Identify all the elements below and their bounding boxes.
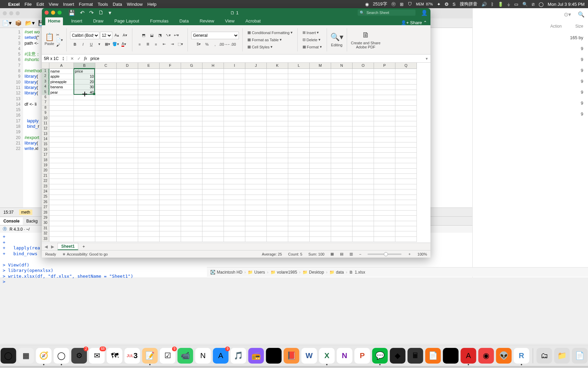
align-right-icon[interactable]: ≡ bbox=[152, 41, 160, 48]
cell[interactable] bbox=[224, 163, 245, 168]
cell[interactable] bbox=[267, 132, 288, 137]
cell[interactable] bbox=[138, 179, 160, 184]
cell[interactable] bbox=[138, 95, 160, 100]
cell[interactable] bbox=[160, 158, 181, 163]
cell[interactable] bbox=[288, 100, 310, 105]
decrease-decimal-icon[interactable]: ←.00 bbox=[228, 41, 235, 48]
cell[interactable] bbox=[395, 126, 417, 132]
cell[interactable] bbox=[95, 200, 117, 205]
path-crumb[interactable]: 📁 Desktop bbox=[303, 270, 324, 275]
finder-row[interactable]: 9 bbox=[473, 87, 588, 97]
evernote-icon[interactable]: ✦ bbox=[437, 2, 441, 7]
cell[interactable] bbox=[288, 79, 310, 85]
cell[interactable] bbox=[395, 142, 417, 148]
cell[interactable] bbox=[181, 189, 202, 195]
new-file-icon[interactable]: 📄▾ bbox=[2, 20, 12, 26]
news-icon[interactable]: N bbox=[195, 348, 211, 364]
row-header[interactable]: 25 bbox=[42, 195, 49, 200]
cell[interactable] bbox=[331, 158, 353, 163]
cell[interactable] bbox=[202, 69, 224, 74]
cell[interactable] bbox=[117, 85, 138, 90]
cell[interactable] bbox=[310, 95, 331, 100]
tab-home[interactable]: Home bbox=[45, 17, 63, 25]
menu-view[interactable]: View bbox=[49, 2, 58, 7]
cell[interactable] bbox=[117, 163, 138, 168]
cell[interactable] bbox=[331, 106, 353, 111]
cell[interactable] bbox=[288, 121, 310, 126]
cell[interactable] bbox=[95, 137, 117, 142]
cell[interactable] bbox=[202, 163, 224, 168]
cell[interactable] bbox=[224, 200, 245, 205]
cell[interactable] bbox=[138, 126, 160, 132]
tab-view[interactable]: View bbox=[222, 17, 237, 25]
row-header[interactable]: 23 bbox=[42, 184, 49, 189]
cell[interactable] bbox=[267, 169, 288, 174]
cell[interactable] bbox=[288, 126, 310, 132]
column-header[interactable]: G bbox=[181, 63, 202, 69]
column-header[interactable]: M bbox=[310, 63, 331, 69]
cell[interactable] bbox=[74, 137, 95, 142]
cell[interactable] bbox=[353, 221, 374, 226]
cell[interactable] bbox=[395, 237, 417, 242]
cell[interactable] bbox=[202, 74, 224, 79]
cell[interactable] bbox=[310, 132, 331, 137]
cell[interactable] bbox=[374, 142, 395, 148]
books-icon[interactable]: 📕 bbox=[284, 348, 299, 364]
cell[interactable] bbox=[267, 148, 288, 153]
cell[interactable] bbox=[74, 153, 95, 158]
cell[interactable] bbox=[117, 169, 138, 174]
cell[interactable] bbox=[74, 189, 95, 195]
row-header[interactable]: 18 bbox=[42, 158, 49, 163]
cell[interactable] bbox=[181, 158, 202, 163]
cell[interactable] bbox=[138, 158, 160, 163]
rstudio-dock-icon[interactable]: R bbox=[514, 348, 529, 364]
cell[interactable] bbox=[374, 179, 395, 184]
cell[interactable] bbox=[310, 90, 331, 95]
conditional-formatting-button[interactable]: ▦ Conditional Formatting ▾ bbox=[246, 30, 294, 35]
cell[interactable] bbox=[224, 237, 245, 242]
cell[interactable] bbox=[160, 231, 181, 236]
cell[interactable] bbox=[95, 169, 117, 174]
cell[interactable] bbox=[117, 231, 138, 236]
cell[interactable] bbox=[138, 90, 160, 95]
row-header[interactable]: 12 bbox=[42, 126, 49, 132]
cell[interactable] bbox=[267, 221, 288, 226]
spreadsheet-grid[interactable]: ABCDEFGHIJKLMNOPQ 1234567891011121314151… bbox=[42, 63, 430, 243]
cell[interactable] bbox=[181, 153, 202, 158]
cell[interactable] bbox=[202, 184, 224, 189]
cell[interactable] bbox=[74, 126, 95, 132]
cell[interactable] bbox=[245, 85, 267, 90]
path-crumb[interactable]: 📁 data bbox=[329, 270, 344, 275]
cell[interactable] bbox=[117, 226, 138, 231]
cell[interactable] bbox=[245, 158, 267, 163]
cell[interactable] bbox=[353, 163, 374, 168]
cell[interactable] bbox=[245, 111, 267, 116]
cell[interactable] bbox=[181, 200, 202, 205]
cell[interactable] bbox=[181, 100, 202, 105]
save-icon[interactable]: 💾 bbox=[68, 10, 75, 16]
font-size-select[interactable]: 12 bbox=[100, 32, 112, 39]
cell[interactable] bbox=[245, 137, 267, 142]
cell[interactable] bbox=[374, 74, 395, 79]
cell[interactable] bbox=[395, 95, 417, 100]
cell[interactable] bbox=[224, 90, 245, 95]
cell[interactable] bbox=[353, 169, 374, 174]
cell[interactable] bbox=[224, 169, 245, 174]
cell[interactable] bbox=[288, 205, 310, 210]
calculator-icon[interactable]: 🖩 bbox=[408, 348, 423, 364]
cell[interactable] bbox=[224, 158, 245, 163]
cell[interactable] bbox=[49, 132, 74, 137]
cell[interactable]: price bbox=[74, 69, 95, 74]
cell[interactable] bbox=[49, 95, 74, 100]
cell[interactable] bbox=[267, 137, 288, 142]
cell[interactable] bbox=[74, 169, 95, 174]
cell[interactable] bbox=[74, 111, 95, 116]
cell[interactable] bbox=[374, 148, 395, 153]
cell[interactable] bbox=[353, 184, 374, 189]
cell[interactable] bbox=[353, 189, 374, 195]
cell[interactable] bbox=[95, 90, 117, 95]
cell[interactable] bbox=[353, 137, 374, 142]
cell[interactable] bbox=[202, 221, 224, 226]
cell[interactable] bbox=[267, 231, 288, 236]
cell[interactable] bbox=[202, 95, 224, 100]
